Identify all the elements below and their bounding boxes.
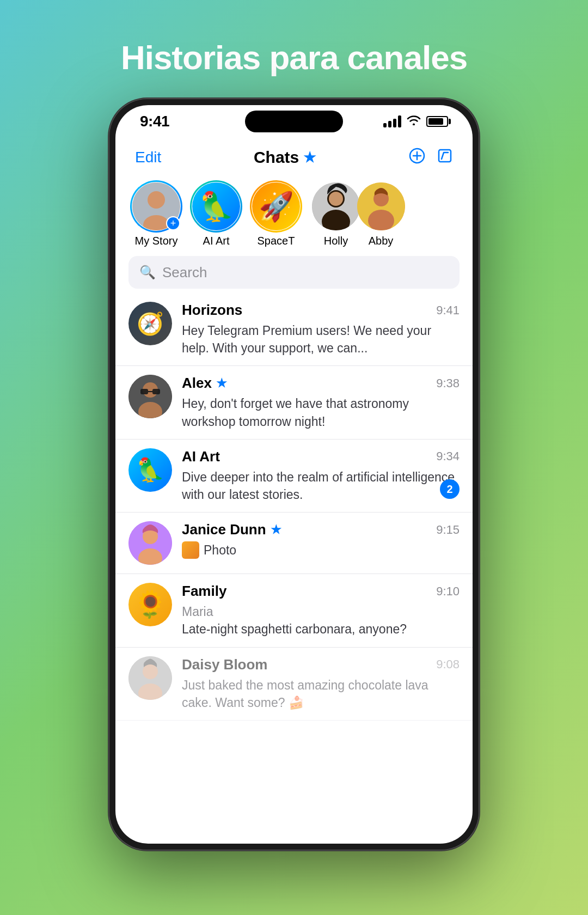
chat-preview-horizons: Hey Telegram Premium users! We need your… [182, 322, 460, 357]
phone-screen: 9:41 [115, 105, 473, 844]
holly-avatar [312, 182, 360, 230]
chat-item-janice[interactable]: Janice Dunn ★ 9:15 Photo [115, 513, 473, 574]
chat-content-alex: Alex ★ 9:38 Hey, don't forget we have th… [182, 375, 460, 430]
status-bar: 9:41 [115, 105, 473, 138]
story-label-abby: Abby [369, 235, 394, 247]
chat-preview-aiart: Dive deeper into the realm of artificial… [182, 468, 460, 503]
svg-rect-17 [140, 389, 148, 394]
chat-preview-alex: Hey, don't forget we have that astronomy… [182, 395, 460, 430]
svg-point-10 [329, 192, 343, 206]
chat-item-daisy[interactable]: Daisy Bloom 9:08 Just baked the most ama… [115, 648, 473, 721]
chat-name-horizons: Horizons [182, 302, 242, 319]
chat-name-alex: Alex ★ [182, 375, 227, 392]
nav-star-icon: ★ [303, 149, 316, 166]
chat-name-daisy: Daisy Bloom [182, 656, 268, 673]
chat-content-aiart: AI Art 9:34 Dive deeper into the realm o… [182, 448, 460, 503]
compose-button[interactable] [437, 148, 453, 168]
phone-frame: 9:41 [109, 99, 479, 850]
spacet-avatar: 🚀 [252, 182, 300, 230]
story-item-spacet[interactable]: 🚀 SpaceT [246, 182, 306, 247]
nav-title: Chats ★ [254, 148, 316, 167]
alex-avatar [128, 375, 172, 418]
chat-content-horizons: Horizons 9:41 Hey Telegram Premium users… [182, 302, 460, 357]
family-sender: Maria [182, 605, 213, 619]
janice-star-icon: ★ [271, 523, 281, 537]
status-icons [383, 114, 448, 129]
abby-avatar [357, 182, 405, 230]
chat-time-daisy: 9:08 [436, 657, 460, 672]
chat-time-alex: 9:38 [436, 376, 460, 391]
chat-preview-janice: Photo [182, 541, 460, 559]
family-avatar: 🌻 [128, 583, 172, 626]
chat-list: 🧭 Horizons 9:41 Hey Telegram Premium use… [115, 293, 473, 844]
chat-preview-family: Maria Late-night spaghetti carbonara, an… [182, 603, 460, 638]
chat-name-janice: Janice Dunn ★ [182, 521, 281, 538]
alex-star-icon: ★ [216, 376, 227, 391]
nav-bar: Edit Chats ★ [115, 138, 473, 177]
horizons-avatar: 🧭 [128, 302, 172, 345]
chat-time-aiart: 9:34 [436, 449, 460, 463]
chat-preview-daisy: Just baked the most amazing chocolate la… [182, 676, 460, 711]
chat-time-horizons: 9:41 [436, 303, 460, 318]
search-bar[interactable]: 🔍 Search [128, 256, 460, 289]
add-story-button[interactable] [408, 147, 426, 168]
unread-badge-aiart: 2 [440, 479, 460, 499]
battery-icon [426, 116, 448, 127]
svg-rect-3 [439, 150, 451, 162]
chat-name-aiart: AI Art [182, 448, 220, 465]
chat-name-family: Family [182, 583, 226, 600]
edit-button[interactable]: Edit [135, 149, 161, 166]
chat-content-daisy: Daisy Bloom 9:08 Just baked the most ama… [182, 656, 460, 711]
story-label-ai-art: AI Art [203, 235, 230, 247]
svg-point-5 [148, 191, 165, 209]
search-placeholder: Search [162, 264, 207, 281]
chat-item-alex[interactable]: Alex ★ 9:38 Hey, don't forget we have th… [115, 366, 473, 439]
janice-avatar [128, 521, 172, 565]
chat-time-family: 9:10 [436, 584, 460, 599]
chat-content-family: Family 9:10 Maria Late-night spaghetti c… [182, 583, 460, 638]
story-label-my-story: My Story [135, 235, 178, 247]
nav-actions [408, 147, 453, 168]
chat-item-family[interactable]: 🌻 Family 9:10 Maria Late-night spaghetti… [115, 574, 473, 647]
story-item-abby[interactable]: Abby [366, 182, 396, 247]
wifi-icon [407, 114, 421, 129]
chat-time-janice: 9:15 [436, 523, 460, 537]
phone-mockup: 9:41 [109, 99, 479, 850]
stories-row: + My Story 🦜 AI Art [115, 177, 473, 256]
search-icon: 🔍 [139, 265, 156, 280]
story-label-spacet: SpaceT [258, 235, 295, 247]
story-item-my-story[interactable]: + My Story [126, 182, 186, 247]
chat-item-aiart[interactable]: 🦜 AI Art 9:34 Dive deeper into the realm… [115, 440, 473, 513]
dynamic-island [245, 111, 343, 132]
aiart-chat-avatar: 🦜 [128, 448, 172, 492]
status-time: 9:41 [140, 113, 169, 130]
daisy-avatar [128, 656, 172, 700]
chat-item-horizons[interactable]: 🧭 Horizons 9:41 Hey Telegram Premium use… [115, 293, 473, 366]
add-story-badge: + [166, 216, 180, 230]
signal-icon [383, 115, 401, 127]
svg-rect-18 [152, 389, 160, 394]
chat-content-janice: Janice Dunn ★ 9:15 Photo [182, 521, 460, 559]
story-item-ai-art[interactable]: 🦜 AI Art [186, 182, 246, 247]
story-label-holly: Holly [324, 235, 348, 247]
page-title: Historias para canales [121, 38, 467, 77]
photo-thumbnail [182, 541, 199, 559]
ai-art-avatar: 🦜 [192, 182, 240, 230]
